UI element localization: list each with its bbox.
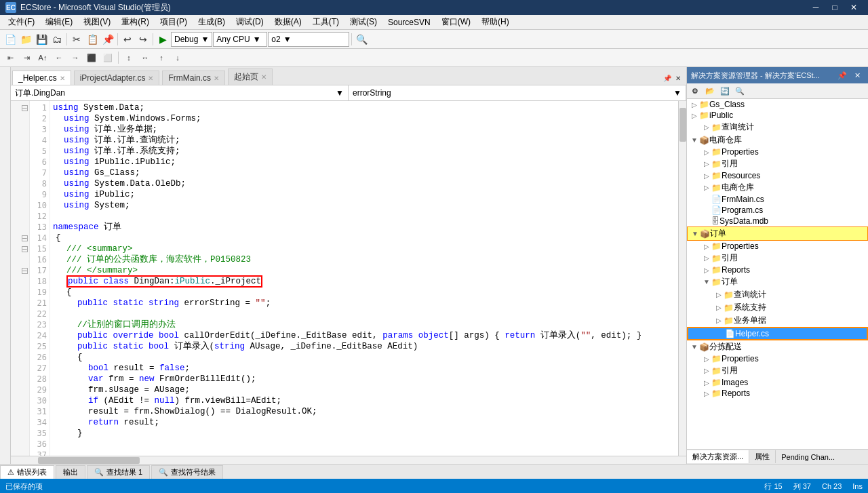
- tree-item-gs-class[interactable]: ▷ 📁 Gs_Class: [687, 99, 868, 110]
- rp-toolbar-btn1[interactable]: ⚙: [688, 85, 702, 97]
- tree-item-ecshop-props[interactable]: ▷ 📁 Properties: [687, 146, 868, 157]
- left-panel-icon1[interactable]: 工具箱: [0, 68, 10, 74]
- tree-item-query-stats[interactable]: ▷ 📁 查询统计: [687, 121, 868, 134]
- save-all-button[interactable]: 🗂: [50, 32, 64, 47]
- class-dropdown[interactable]: 订单.DingDan ▼: [11, 85, 349, 100]
- bottom-tab-errors[interactable]: ⚠ 错误列表: [0, 465, 54, 479]
- find-button[interactable]: 🔍: [354, 32, 369, 47]
- code-text[interactable]: using System.Data; using System.Windows.…: [50, 101, 678, 456]
- tree-item-dispatch-reports[interactable]: ▷ 📁 Reports: [687, 388, 868, 399]
- tab-close-all-button[interactable]: ✕: [673, 73, 684, 83]
- tb2-btn8[interactable]: ↕: [121, 50, 136, 65]
- menu-test[interactable]: 测试(S): [344, 15, 382, 29]
- tab-pin-button[interactable]: 📌: [662, 73, 673, 83]
- new-button[interactable]: 📄: [3, 32, 18, 47]
- menu-view[interactable]: 视图(V): [78, 15, 116, 29]
- tab-iproject-adapter[interactable]: iProjectAdapter.cs ✕: [74, 71, 160, 85]
- vertical-scrollbar[interactable]: [678, 101, 686, 456]
- tb2-btn1[interactable]: ⇤: [3, 50, 18, 65]
- tree-item-ecshop-frmmain[interactable]: 📄 FrmMain.cs: [687, 194, 868, 205]
- minus-icon-1[interactable]: ─: [22, 105, 28, 111]
- maximize-button[interactable]: □: [826, 1, 844, 14]
- menu-tools[interactable]: 工具(T): [307, 15, 344, 29]
- tb2-btn10[interactable]: ↑: [154, 50, 169, 65]
- tree-item-dispatch-ref[interactable]: ▷ 📁 引用: [687, 364, 868, 377]
- menu-project[interactable]: 项目(P): [155, 15, 193, 29]
- menu-edit[interactable]: 编辑(E): [40, 15, 78, 29]
- tb2-btn11[interactable]: ↓: [170, 50, 185, 65]
- rp-toolbar-btn2[interactable]: 📂: [703, 85, 717, 97]
- menu-data[interactable]: 数据(A): [269, 15, 307, 29]
- menu-debug[interactable]: 调试(D): [231, 15, 269, 29]
- tree-item-dispatch[interactable]: ▼ 📦 分拣配送: [687, 340, 868, 353]
- minus-icon-4[interactable]: ─: [22, 268, 28, 274]
- tb2-btn6[interactable]: ⬛: [84, 50, 99, 65]
- menu-help[interactable]: 帮助(H): [476, 15, 515, 29]
- tb2-btn7[interactable]: ⬜: [100, 50, 115, 65]
- tb2-btn2[interactable]: ⇥: [19, 50, 34, 65]
- tree-item-order-reports[interactable]: ▷ 📁 Reports: [687, 264, 868, 275]
- redo-button[interactable]: ↪: [136, 32, 151, 47]
- tree-item-order-project[interactable]: ▼ 📦 订单: [687, 226, 868, 241]
- debug-mode-dropdown[interactable]: Debug ▼: [171, 32, 212, 47]
- tree-item-order-sysupport[interactable]: ▷ 📁 系统支持: [687, 301, 868, 314]
- tree-item-order-folder[interactable]: ▼ 📁 订单: [687, 275, 868, 288]
- tree-item-order-ref[interactable]: ▷ 📁 引用: [687, 252, 868, 264]
- tab-iproject-close[interactable]: ✕: [148, 75, 153, 82]
- tree-item-ecshop-program[interactable]: 📄 Program.cs: [687, 205, 868, 216]
- rp-tab-properties[interactable]: 属性: [749, 450, 776, 463]
- tab-startpage[interactable]: 起始页 ✕: [228, 68, 273, 85]
- tree-item-order-business[interactable]: ▷ 📁 业务单据: [687, 314, 868, 327]
- minus-icon-2[interactable]: ─: [22, 235, 28, 241]
- tb2-btn5[interactable]: →: [68, 50, 83, 65]
- open-button[interactable]: 📁: [18, 32, 33, 47]
- tree-item-ecshop-resources[interactable]: ▷ 📁 Resources: [687, 170, 868, 181]
- tree-item-dispatch-props[interactable]: ▷ 📁 Properties: [687, 353, 868, 364]
- tab-startpage-close[interactable]: ✕: [261, 73, 267, 81]
- bottom-tab-find-results[interactable]: 🔍 查找结果 1: [87, 465, 150, 479]
- horizontal-scrollbar[interactable]: [11, 456, 686, 464]
- tab-frmmain-close[interactable]: ✕: [214, 75, 219, 82]
- tb2-btn4[interactable]: ←: [52, 50, 66, 65]
- platform-dropdown[interactable]: Any CPU ▼: [213, 32, 267, 47]
- rp-tab-solution-explorer[interactable]: 解决方案资源...: [687, 450, 749, 463]
- target-dropdown[interactable]: o2 ▼: [268, 32, 349, 47]
- bottom-tab-output[interactable]: 输出: [56, 465, 85, 479]
- menu-build[interactable]: 生成(B): [193, 15, 231, 29]
- undo-button[interactable]: ↩: [120, 32, 135, 47]
- copy-button[interactable]: 📋: [85, 32, 100, 47]
- tb2-btn9[interactable]: ↔: [138, 50, 153, 65]
- tree-item-ecshop[interactable]: ▼ 📦 电商仓库: [687, 134, 868, 146]
- tree-item-order-props[interactable]: ▷ 📁 Properties: [687, 241, 868, 252]
- menu-svn[interactable]: SourceSVN: [382, 16, 436, 28]
- paste-button[interactable]: 📌: [100, 32, 115, 47]
- menu-file[interactable]: 文件(F): [3, 15, 40, 29]
- menu-refactor[interactable]: 重构(R): [116, 15, 155, 29]
- tab-helper-cs[interactable]: _Helper.cs ✕: [12, 71, 71, 85]
- save-button[interactable]: 💾: [34, 32, 49, 47]
- tab-frmmain[interactable]: FrmMain.cs ✕: [162, 71, 225, 85]
- close-button[interactable]: ✕: [845, 1, 863, 14]
- menu-window[interactable]: 窗口(W): [436, 15, 476, 29]
- run-button[interactable]: ▶: [155, 32, 170, 47]
- rp-pin-button[interactable]: 📌: [835, 69, 849, 81]
- member-dropdown[interactable]: errorString ▼: [349, 85, 686, 100]
- tree-item-ecshop-ref[interactable]: ▷ 📁 引用: [687, 157, 868, 170]
- rp-tab-pending[interactable]: Pending Chan...: [776, 452, 840, 462]
- rp-close-button[interactable]: ✕: [850, 69, 864, 81]
- tb2-btn3[interactable]: A↑: [35, 50, 50, 65]
- rp-toolbar-btn4[interactable]: 🔍: [733, 85, 747, 97]
- tree-item-order-query[interactable]: ▷ 📁 查询统计: [687, 288, 868, 301]
- tree-item-ipublic[interactable]: ▷ 📁 iPublic: [687, 110, 868, 121]
- cut-button[interactable]: ✂: [69, 32, 84, 47]
- tree-item-ecshop-sysdata[interactable]: 🗄 SysData.mdb: [687, 216, 868, 226]
- minus-icon-3[interactable]: ─: [22, 246, 28, 252]
- rp-toolbar-btn3[interactable]: 🔄: [718, 85, 732, 97]
- tree-item-ecshop-warehouse[interactable]: ▷ 📁 电商仓库: [687, 181, 868, 194]
- tree-item-dispatch-images[interactable]: ▷ 📁 Images: [687, 377, 868, 388]
- tree-item-helper-cs[interactable]: 📄 Helper.cs: [687, 327, 868, 340]
- tab-helper-cs-close[interactable]: ✕: [60, 75, 65, 82]
- scrollbar-thumb-h[interactable]: [38, 457, 140, 464]
- scrollbar-thumb-v[interactable]: [679, 108, 686, 142]
- minimize-button[interactable]: ─: [807, 1, 825, 14]
